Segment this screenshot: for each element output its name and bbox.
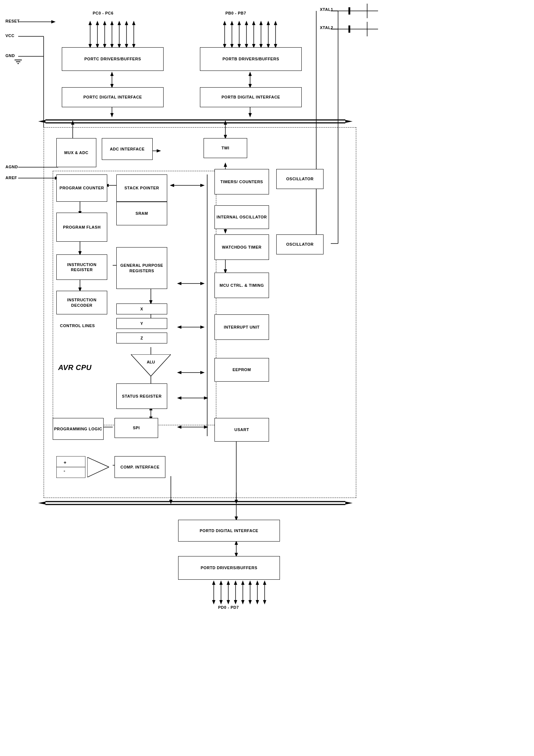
mcu-ctrl-block: MCU CTRL. & TIMING bbox=[214, 273, 269, 298]
interrupt-unit-block: INTERRUPT UNIT bbox=[214, 314, 269, 340]
pd0-pd7-label: PD0 - PD7 bbox=[218, 605, 239, 610]
eeprom-block: EEPROM bbox=[214, 358, 269, 382]
portc-digital-block: PORTC DIGITAL INTERFACE bbox=[62, 87, 164, 107]
gnd-label: GND bbox=[5, 53, 15, 58]
status-register-block: STATUS REGISTER bbox=[116, 383, 167, 409]
program-counter-block: PROGRAM COUNTER bbox=[56, 174, 107, 202]
svg-text:+: + bbox=[64, 460, 67, 465]
usart-block: USART bbox=[214, 418, 269, 442]
portd-drivers-block: PORTD DRIVERS/BUFFERS bbox=[178, 556, 280, 580]
programming-logic-block: PROGRAMMING LOGIC bbox=[53, 418, 104, 440]
pc0-pc6-label: PC0 - PC6 bbox=[93, 11, 113, 15]
program-flash-block: PROGRAM FLASH bbox=[56, 213, 107, 242]
portb-drivers-block: PORTB DRIVERS/BUFFERS bbox=[200, 47, 302, 71]
instruction-decoder-block: INSTRUCTION DECODER bbox=[56, 291, 107, 314]
comparator-plus-minus: + - bbox=[56, 456, 85, 478]
stack-pointer-block: STACK POINTER bbox=[116, 174, 167, 202]
avr-cpu-label: AVR CPU bbox=[58, 363, 92, 372]
instruction-register-block: INSTRUCTION REGISTER bbox=[56, 254, 107, 280]
comp-triangle bbox=[87, 457, 109, 479]
sram-block: SRAM bbox=[116, 202, 167, 225]
oscillator1-block: OSCILLATOR bbox=[276, 169, 324, 189]
reset-label: RESET bbox=[5, 19, 20, 23]
xtal1-label: XTAL1 bbox=[320, 7, 333, 12]
spi-block: SPI bbox=[115, 418, 158, 438]
svg-marker-22 bbox=[345, 120, 353, 123]
svg-marker-104 bbox=[87, 457, 109, 477]
reg-x-block: X bbox=[116, 303, 167, 314]
vcc-label: VCC bbox=[5, 33, 15, 38]
xtal2-label: XTAL2 bbox=[320, 25, 333, 30]
aref-label: AREF bbox=[5, 176, 17, 180]
comp-interface-block: COMP. INTERFACE bbox=[115, 456, 165, 478]
internal-oscillator-block: INTERNAL OSCILLATOR bbox=[214, 205, 269, 229]
control-lines-label: CONTROL LINES bbox=[60, 323, 95, 328]
watchdog-timer-block: WATCHDOG TIMER bbox=[214, 234, 269, 260]
svg-text:-: - bbox=[64, 468, 65, 474]
svg-marker-21 bbox=[38, 120, 45, 123]
general-purpose-block: GENERAL PURPOSE REGISTERS bbox=[116, 247, 167, 289]
reg-z-block: Z bbox=[116, 333, 167, 343]
svg-marker-54 bbox=[38, 502, 45, 504]
portb-digital-block: PORTB DIGITAL INTERFACE bbox=[200, 87, 302, 107]
portc-drivers-block: PORTC DRIVERS/BUFFERS bbox=[62, 47, 164, 71]
svg-marker-98 bbox=[131, 354, 171, 376]
svg-text:ALU: ALU bbox=[147, 360, 155, 364]
oscillator2-block: OSCILLATOR bbox=[276, 234, 324, 254]
agnd-label: AGND bbox=[5, 165, 18, 169]
timers-counters-block: TIMERS/ COUNTERS bbox=[214, 169, 269, 194]
svg-marker-55 bbox=[345, 502, 353, 504]
portd-digital-block: PORTD DIGITAL INTERFACE bbox=[178, 520, 280, 542]
pb0-pb7-label: PB0 - PB7 bbox=[225, 11, 246, 15]
alu-block: ALU bbox=[131, 354, 171, 376]
reg-y-block: Y bbox=[116, 318, 167, 329]
